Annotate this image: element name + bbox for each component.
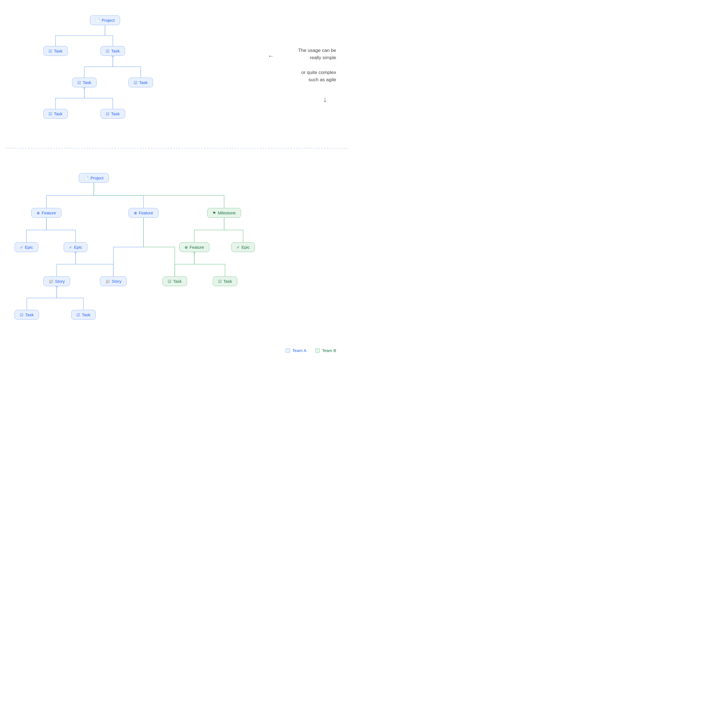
epic-label-1: Epic: [25, 245, 33, 250]
task-icon-1a: ☑: [49, 49, 52, 53]
task-node-green-1: ☑ Task: [162, 276, 187, 286]
project-icon-2: 📄: [84, 176, 89, 180]
feature-label-1: Feature: [42, 211, 56, 215]
task-node-1a: ☑ Task: [43, 46, 68, 56]
task-icon-g2: ☑: [218, 279, 222, 284]
task-label-2a: Task: [82, 80, 91, 85]
milestone-label: Milestone: [218, 211, 236, 215]
task-label-g2: Task: [223, 279, 232, 284]
project-node-1: 📄 Project: [90, 15, 120, 25]
annotation-text: The usage can bereally simpleor quite co…: [275, 47, 336, 84]
task-node-blue-2: ☑ Task: [71, 310, 96, 320]
task-label-b1: Task: [25, 312, 34, 317]
feature-icon-2: ⊕: [134, 211, 137, 215]
story-node-2: 📰 Story: [100, 276, 127, 286]
task-label-3a: Task: [54, 111, 62, 116]
epic-icon-1: ✓: [20, 245, 23, 250]
task-icon-2a: ☑: [77, 80, 81, 85]
arrow-down-icon: ↓: [323, 95, 327, 104]
legend-team-a: Team A: [286, 348, 306, 353]
task-label-b2: Task: [82, 312, 91, 317]
task-node-2b: ☑ Task: [129, 78, 153, 87]
story-label-2: Story: [112, 279, 121, 284]
legend: Team A Team B: [286, 348, 336, 353]
epic-label-2: Epic: [74, 245, 82, 250]
arrow-right-icon: ←: [268, 52, 274, 60]
task-node-blue-1: ☑ Task: [14, 310, 39, 320]
epic-label-3: Epic: [241, 245, 250, 250]
feature-icon-3: ⊕: [185, 245, 188, 250]
epic-node-2: ✓ Epic: [64, 242, 87, 252]
milestone-node: ⚑ Milestone: [207, 208, 241, 218]
feature-node-2: ⊕ Feature: [129, 208, 159, 218]
legend-dot-blue: [286, 348, 290, 353]
feature-label-3: Feature: [189, 245, 204, 250]
story-icon-2: 📰: [105, 279, 110, 284]
project-label-1: Project: [102, 18, 115, 23]
project-label-2: Project: [91, 176, 104, 180]
task-label-1a: Task: [54, 49, 62, 53]
task-node-3a: ☑ Task: [43, 109, 68, 118]
story-node-1: 📰 Story: [43, 276, 70, 286]
section-divider: [6, 148, 348, 149]
task-icon-1b: ☑: [106, 49, 110, 53]
task-label-g1: Task: [173, 279, 182, 284]
story-icon-1: 📰: [49, 279, 53, 284]
project-icon-1: 📄: [95, 18, 100, 23]
legend-team-b-label: Team B: [322, 348, 336, 353]
task-node-2a: ☑ Task: [72, 78, 97, 87]
epic-node-3: ✓ Epic: [231, 242, 255, 252]
task-label-3b: Task: [111, 111, 120, 116]
task-label-1b: Task: [111, 49, 120, 53]
task-label-2b: Task: [139, 80, 148, 85]
task-icon-b2: ☑: [77, 313, 80, 317]
epic-node-1: ✓ Epic: [14, 242, 38, 252]
task-node-green-2: ☑ Task: [213, 276, 237, 286]
feature-node-1: ⊕ Feature: [31, 208, 61, 218]
feature-icon-1: ⊕: [36, 211, 40, 215]
task-icon-3a: ☑: [49, 112, 52, 116]
epic-icon-2: ✓: [69, 245, 72, 250]
project-node-2: 📄 Project: [79, 173, 109, 183]
feature-label-2: Feature: [139, 211, 153, 215]
task-icon-g1: ☑: [168, 279, 171, 284]
task-icon-2b: ☑: [134, 80, 137, 85]
task-node-1b: ☑ Task: [101, 46, 125, 56]
milestone-icon: ⚑: [213, 211, 216, 215]
task-node-3b: ☑ Task: [101, 109, 125, 118]
legend-team-a-label: Team A: [292, 348, 306, 353]
feature-node-3: ⊕ Feature: [179, 242, 210, 252]
epic-icon-3: ✓: [237, 245, 240, 250]
legend-team-b: Team B: [315, 348, 336, 353]
story-label-1: Story: [55, 279, 65, 284]
task-icon-b1: ☑: [20, 313, 23, 317]
task-icon-3b: ☑: [106, 112, 110, 116]
legend-dot-green: [315, 348, 320, 353]
